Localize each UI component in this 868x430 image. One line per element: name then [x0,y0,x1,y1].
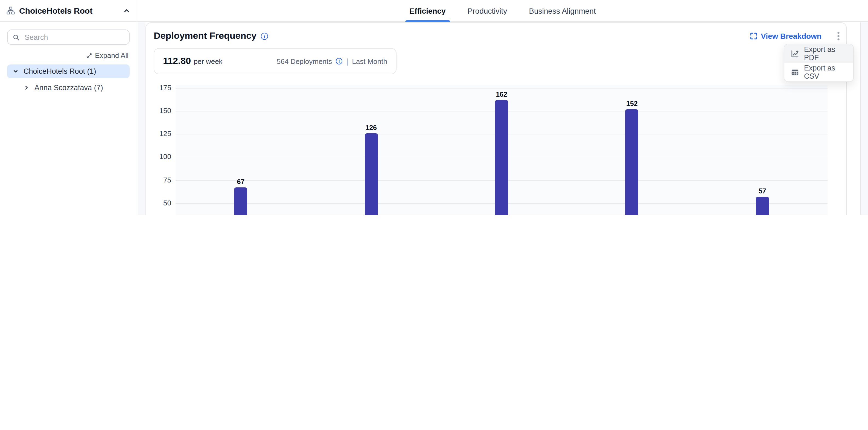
stat-unit: per week [194,57,223,66]
gridline [176,88,828,89]
tab-efficiency[interactable]: Efficiency [405,0,450,21]
sidebar-header: ChoiceHotels Root [0,0,137,22]
bar-value-label: 162 [485,91,518,98]
main-scrollbar-track[interactable] [860,23,868,215]
sidebar-search [7,30,130,45]
tree-item-label: ChoiceHotels Root (1) [24,67,96,75]
sidebar-collapse-chevron-up-icon[interactable] [123,7,130,14]
view-breakdown-link[interactable]: View Breakdown [750,32,822,40]
app-root: ChoiceHotels Root Expand All [0,0,868,215]
bar[interactable] [234,188,247,215]
stat-meta-period: Last Month [352,57,387,65]
export-menu: Export as PDF Export as CSV [784,44,854,82]
tab-bar: Efficiency Productivity Business Alignme… [405,0,600,21]
tab-business-alignment[interactable]: Business Alignment [525,0,600,21]
card-header: Deployment Frequency View Breakdown [154,30,843,43]
org-hierarchy-icon [6,6,15,15]
tab-productivity[interactable]: Productivity [463,0,512,21]
y-tick-label: 75 [154,176,171,185]
bar[interactable] [495,100,508,215]
bar[interactable] [365,133,378,215]
bar-value-label: 152 [616,100,648,108]
expand-all-button[interactable]: Expand All [8,52,128,60]
info-icon[interactable] [261,33,268,40]
tree-item-label: Anna Scozzafava (7) [34,83,103,92]
stat-meta-part: 564 Deployments [277,57,332,65]
sidebar-scrollbar-track[interactable] [138,23,146,215]
bar-value-label: 57 [746,188,779,195]
bar[interactable] [625,109,639,215]
org-tree: ChoiceHotels Root (1) Anna Scozzafava (7… [0,64,137,93]
deployment-frequency-card: Deployment Frequency View Breakdown 112.… [146,23,847,215]
kebab-menu-button[interactable] [834,31,843,41]
chevron-down-icon[interactable] [12,68,19,74]
meta-separator: | [346,57,348,66]
deployment-frequency-chart: 1751501251007550250 6701 Jul-06 Jul12607… [154,85,838,215]
sidebar: ChoiceHotels Root Expand All [0,0,137,215]
info-icon[interactable] [336,58,342,64]
table-icon [791,68,799,76]
y-tick-label: 50 [154,199,171,207]
menu-item-export-csv[interactable]: Export as CSV [784,63,853,81]
tree-item-anna-scozzafava[interactable]: Anna Scozzafava (7) [7,81,130,93]
chart-plot-area: 6701 Jul-06 Jul12607 Jul-13 Jul16214 Jul… [176,85,828,215]
expand-all-label: Expand All [95,52,128,60]
search-input[interactable] [24,33,124,42]
menu-item-export-pdf[interactable]: Export as PDF [784,44,853,63]
sidebar-title: ChoiceHotels Root [19,6,119,15]
stat-meta: 564 Deployments | Last Month [277,57,387,66]
y-tick-label: 150 [154,106,171,115]
stat-value-group: 112.80 per week [163,56,223,67]
chevron-right-icon[interactable] [24,85,30,91]
expand-diagonal-arrows-icon [86,52,92,59]
y-tick-label: 100 [154,153,171,161]
card-title: Deployment Frequency [154,31,256,41]
bar-value-label: 67 [224,178,257,186]
y-axis: 1751501251007550250 [154,85,171,215]
y-tick-label: 175 [154,84,171,92]
topbar: Efficiency Productivity Business Alignme… [137,0,868,22]
tree-item-choicehotels-root[interactable]: ChoiceHotels Root (1) [7,64,130,78]
bar[interactable] [756,197,769,215]
y-tick-label: 125 [154,130,171,138]
bar-value-label: 126 [355,124,388,131]
stat-box: 112.80 per week 564 Deployments | Last M… [154,48,397,74]
fullscreen-corners-icon [750,32,757,40]
stat-value: 112.80 [163,56,191,67]
chart-line-icon [791,49,799,58]
search-icon [12,34,20,41]
